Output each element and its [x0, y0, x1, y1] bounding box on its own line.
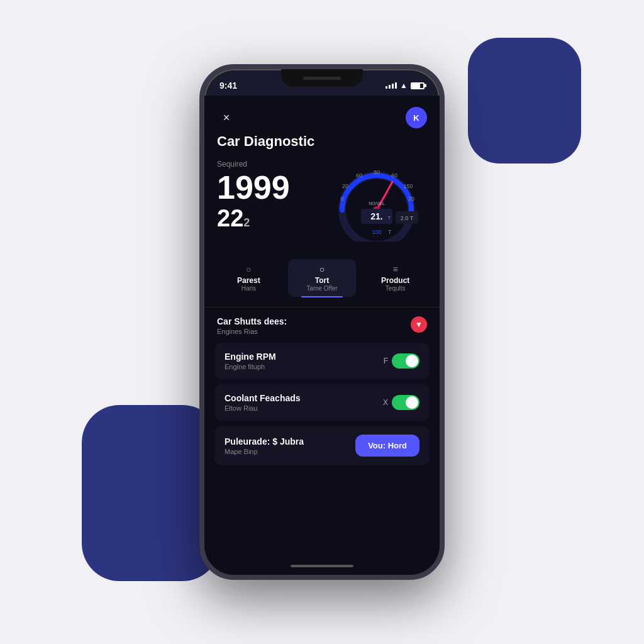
svg-text:150: 150: [403, 183, 413, 189]
home-indicator: [204, 557, 440, 575]
last-row-sub: Mape Binp: [225, 448, 304, 455]
home-bar: [291, 565, 353, 567]
speaker: [303, 77, 341, 80]
screen[interactable]: × K Car Diagnostic Sequired 1999 222: [204, 96, 440, 557]
tab-label-2: Product: [381, 276, 409, 285]
section-title: Car Shutts dees:: [217, 316, 287, 326]
dashboard-stats: Sequired 1999 222: [217, 160, 316, 230]
diag-row-1: Coolant Feachads Eltow Riau X: [214, 384, 430, 421]
tab-label-0: Parest: [237, 276, 260, 285]
svg-text:20: 20: [408, 196, 414, 202]
diag-row-0: Engine RPM Engine fituph F: [214, 343, 430, 379]
close-button[interactable]: ×: [217, 108, 236, 127]
svg-text:60: 60: [356, 172, 362, 179]
svg-text:20: 20: [342, 183, 348, 189]
svg-text:0: 0: [340, 196, 343, 202]
speedometer-svg: 0 20 60 80 60 150 20 NO/VEL 21. T: [326, 160, 427, 242]
battery-icon: [411, 82, 425, 89]
page-title: Car Diagnostic: [204, 133, 440, 160]
status-icons: ▲: [386, 81, 425, 90]
speedometer: 0 20 60 80 60 150 20 NO/VEL 21. T: [326, 160, 427, 242]
svg-text:60: 60: [391, 172, 397, 179]
avatar[interactable]: K: [406, 107, 427, 128]
wifi-icon: ▲: [400, 81, 408, 90]
svg-text:100: 100: [372, 229, 381, 235]
app-header: × K: [204, 101, 440, 133]
tab-label-1: Tort: [315, 276, 329, 285]
tab-tort[interactable]: ○ Tort Tame Offer: [288, 259, 357, 297]
tab-product[interactable]: ≡ Product Teqults: [361, 259, 430, 297]
dashboard-number-small: 222: [217, 206, 316, 230]
diag-sub-1: Eltow Riau: [225, 404, 301, 412]
tab-active-indicator: [301, 296, 342, 297]
toggle-1[interactable]: [392, 395, 419, 410]
toggle-label-0: F: [384, 357, 388, 365]
dashboard-area: Sequired 1999 222: [204, 160, 440, 254]
svg-line-1: [377, 182, 392, 210]
svg-text:NO/VEL: NO/VEL: [369, 201, 385, 206]
toggle-label-1: X: [383, 398, 388, 407]
last-row-title: Puleurade: $ Jubra: [225, 436, 304, 447]
svg-text:21.: 21.: [370, 211, 382, 221]
diag-title-1: Coolant Feachads: [225, 393, 301, 403]
diag-sub-0: Engine fituph: [225, 363, 276, 370]
tab-parest[interactable]: ○ Parest Haris: [214, 259, 283, 297]
toggle-0[interactable]: [392, 353, 419, 369]
svg-text:80: 80: [374, 169, 380, 175]
svg-text:T: T: [388, 215, 391, 221]
dashboard-number-large: 1999: [217, 171, 316, 204]
svg-text:T: T: [388, 229, 392, 235]
phone-notch: [281, 69, 363, 87]
scene: 9:41 ▲ × K Car Diagnostic: [0, 0, 644, 644]
tab-sublabel-1: Tame Offer: [306, 285, 337, 292]
tab-icon-0: ○: [246, 264, 251, 274]
signal-icon: [386, 82, 397, 89]
tab-icon-2: ≡: [393, 264, 398, 274]
diag-title-0: Engine RPM: [225, 352, 276, 362]
bg-blob-right: [468, 38, 581, 164]
phone-frame: 9:41 ▲ × K Car Diagnostic: [199, 64, 445, 580]
action-button[interactable]: Vou: Hord: [355, 435, 419, 457]
svg-text:2.0 T: 2.0 T: [401, 215, 414, 221]
last-row: Puleurade: $ Jubra Mape Binp Vou: Hord: [214, 426, 430, 465]
dashboard-label: Sequired: [217, 160, 316, 169]
section-subtitle: Engines Rias: [217, 328, 287, 335]
tabs-container: ○ Parest Haris ○ Tort Tame Offer ≡ Produ…: [204, 254, 440, 308]
status-time: 9:41: [219, 80, 237, 91]
section-header: Car Shutts dees: Engines Rias ▼: [204, 308, 440, 338]
tab-sublabel-0: Haris: [242, 285, 256, 292]
tab-icon-1: ○: [319, 264, 325, 274]
alert-icon[interactable]: ▼: [411, 316, 427, 333]
tab-sublabel-2: Teqults: [386, 285, 406, 292]
